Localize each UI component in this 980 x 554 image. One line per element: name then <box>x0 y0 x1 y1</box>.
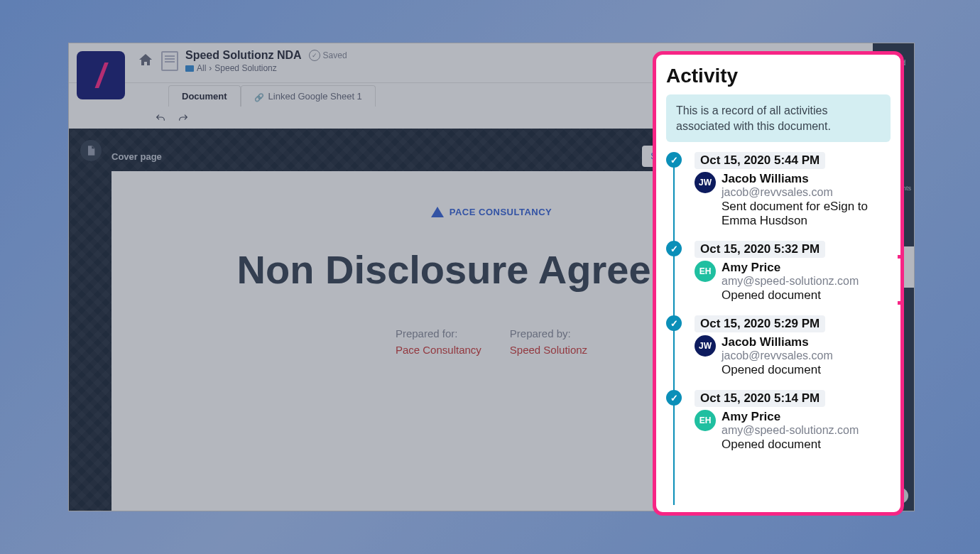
activity-banner: This is a record of all activities assoc… <box>666 94 891 142</box>
cover-page-label: Cover page <box>111 151 162 162</box>
activity-item[interactable]: ✓Oct 15, 2020 5:29 PMJWJacob Williamsjac… <box>666 315 891 377</box>
activity-timestamp: Oct 15, 2020 5:14 PM <box>695 390 825 407</box>
activity-user-email: amy@speed-solutionz.com <box>722 275 859 288</box>
activity-timestamp: Oct 15, 2020 5:32 PM <box>695 241 825 258</box>
tab-linked-sheet-label: Linked Google Sheet 1 <box>268 91 362 102</box>
avatar: JW <box>695 335 716 357</box>
activity-user-email: jacob@revvsales.com <box>722 186 891 199</box>
link-icon <box>254 92 264 102</box>
activity-user-email: amy@speed-solutionz.com <box>722 424 859 437</box>
avatar: JW <box>695 172 716 193</box>
activity-tab-bump[interactable]: Activity <box>898 255 904 305</box>
avatar: EH <box>695 261 716 282</box>
activity-user-name: Amy Price <box>722 410 859 424</box>
saved-status: Saved <box>309 50 347 61</box>
breadcrumb-separator: › <box>209 63 212 73</box>
prepared-by-value: Speed Solutionz <box>510 344 587 356</box>
activity-user-name: Jacob Williams <box>722 335 833 349</box>
avatar: EH <box>695 410 716 431</box>
check-icon: ✓ <box>666 241 682 256</box>
document-title[interactable]: Speed Solutionz NDA <box>185 49 302 62</box>
breadcrumb-current[interactable]: Speed Solutionz <box>214 63 276 73</box>
activity-action: Sent document for eSign to Emma Husdson <box>722 200 891 228</box>
activity-item[interactable]: ✓Oct 15, 2020 5:14 PMEHAmy Priceamy@spee… <box>666 390 891 452</box>
activity-user-name: Jacob Williams <box>722 172 891 186</box>
activity-user-email: jacob@revvsales.com <box>722 349 833 362</box>
folder-icon <box>185 65 194 72</box>
title-block: Speed Solutionz NDA Saved All › Speed So… <box>185 49 347 73</box>
check-icon: ✓ <box>666 152 682 168</box>
check-icon: ✓ <box>666 315 682 331</box>
breadcrumb-root[interactable]: All <box>197 63 206 73</box>
activity-item[interactable]: ✓Oct 15, 2020 5:44 PMJWJacob Williamsjac… <box>666 152 891 228</box>
activity-timestamp: Oct 15, 2020 5:44 PM <box>695 152 825 169</box>
activity-item[interactable]: ✓Oct 15, 2020 5:32 PMEHAmy Priceamy@spee… <box>666 241 891 303</box>
activity-title: Activity <box>666 65 891 87</box>
redo-button[interactable] <box>177 112 190 125</box>
document-icon <box>161 51 178 71</box>
breadcrumb[interactable]: All › Speed Solutionz <box>185 63 347 73</box>
prepared-for-label: Prepared for: <box>396 327 481 340</box>
home-icon[interactable] <box>137 52 154 69</box>
activity-user-name: Amy Price <box>722 261 859 275</box>
prepared-by-label: Prepared by: <box>510 327 587 340</box>
page-list-icon[interactable] <box>80 140 102 161</box>
activity-timeline: ✓Oct 15, 2020 5:44 PMJWJacob Williamsjac… <box>666 152 891 505</box>
activity-panel: Activity Activity This is a record of al… <box>653 51 904 516</box>
activity-action: Opened document <box>722 288 859 303</box>
activity-action: Opened document <box>722 438 859 452</box>
check-icon: ✓ <box>666 390 682 406</box>
tab-linked-sheet[interactable]: Linked Google Sheet 1 <box>241 85 376 107</box>
activity-timestamp: Oct 15, 2020 5:29 PM <box>695 315 825 332</box>
activity-action: Opened document <box>722 363 833 377</box>
undo-button[interactable] <box>154 112 167 125</box>
tab-document[interactable]: Document <box>168 85 241 107</box>
prepared-for-value: Pace Consultancy <box>396 344 481 356</box>
app-logo: / <box>77 51 125 99</box>
